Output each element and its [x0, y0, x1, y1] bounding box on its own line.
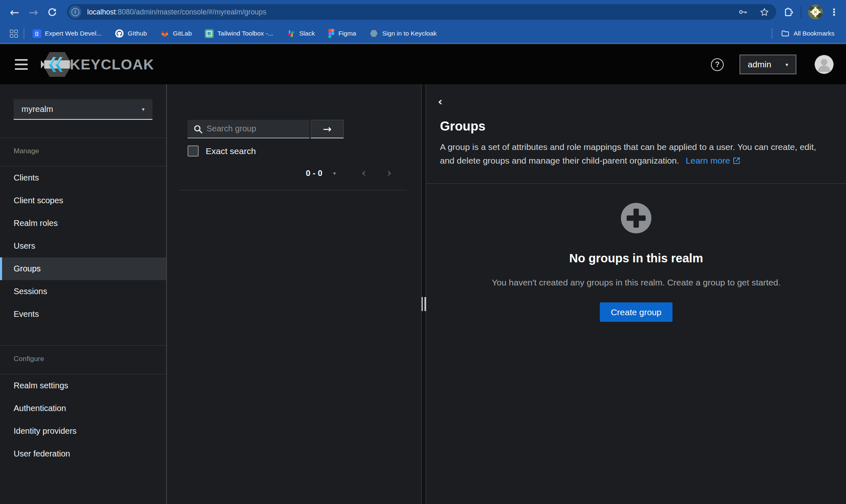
empty-state-title: No groups in this realm	[569, 252, 703, 265]
per-page-chevron-down-icon[interactable]: ▾	[333, 170, 336, 176]
app-body: myrealm ▾ Manage Clients Client scopes R…	[0, 84, 846, 504]
keycloak-logo-text: KEYCLOAK	[70, 56, 154, 73]
sidebar-item-clients[interactable]: Clients	[0, 166, 166, 189]
search-icon	[193, 124, 203, 136]
groups-main-panel: ‹ Groups A group is a set of attributes …	[426, 84, 846, 504]
browser-menu-icon[interactable]: ⋮	[829, 7, 839, 17]
bookmark-label: Slack	[299, 30, 315, 37]
nav-toggle-hamburger-icon[interactable]	[15, 59, 28, 70]
browser-back-icon[interactable]: ←	[5, 6, 24, 19]
bookmark-tailwind-toolbox[interactable]: Tailwind Toolbox -...	[205, 29, 273, 38]
tailwind-toolbox-icon	[205, 29, 214, 38]
empty-state-body: You haven't created any groups in this r…	[492, 278, 781, 288]
browser-toolbar: ← → i localhost:8080/admin/master/consol…	[0, 0, 846, 24]
groups-tree-panel: → Exact search 0 - 0 ▾ ‹ ›	[167, 84, 421, 504]
bookmark-expert-web-dev[interactable]: [] Expert Web Devel...	[33, 29, 102, 38]
page-header: Groups A group is a set of attributes an…	[440, 119, 832, 169]
figma-icon	[328, 29, 335, 38]
keycloak-logo-icon	[41, 51, 73, 78]
next-page-chevron-icon[interactable]: ›	[387, 167, 392, 179]
realm-selector[interactable]: myrealm ▾	[14, 99, 152, 120]
address-bar[interactable]: i localhost:8080/admin/master/console/#/…	[67, 4, 776, 20]
bookmarks-bar: [] Expert Web Devel... GIthub GitLab Tai…	[0, 24, 846, 44]
bookmark-slack[interactable]: Slack	[286, 29, 315, 38]
pagination-range: 0 - 0	[306, 169, 322, 178]
divider	[426, 183, 846, 184]
bookmark-figma[interactable]: Figma	[328, 29, 356, 38]
bookmark-label: GitLab	[173, 30, 192, 37]
bookmark-label: Expert Web Devel...	[45, 30, 102, 37]
browser-reload-icon[interactable]	[43, 7, 61, 17]
site-info-icon[interactable]: i	[69, 6, 81, 18]
chevron-down-icon: ▾	[142, 106, 145, 112]
url-text: localhost:8080/admin/master/console/#/my…	[87, 8, 727, 17]
keycloak-logo[interactable]: KEYCLOAK	[41, 51, 154, 78]
pagination: 0 - 0 ▾ ‹ ›	[167, 164, 397, 182]
search-submit-button[interactable]: →	[311, 120, 344, 138]
folder-icon	[781, 29, 790, 38]
page-description: A group is a set of attributes and role …	[440, 140, 828, 169]
sidebar-item-authentication[interactable]: Authentication	[0, 397, 166, 420]
sidebar-item-sessions[interactable]: Sessions	[0, 280, 166, 303]
divider	[180, 190, 407, 190]
passwords-key-icon[interactable]	[738, 7, 749, 17]
chevron-down-icon: ▾	[785, 62, 788, 68]
bookmark-gitlab[interactable]: GitLab	[160, 29, 192, 38]
user-dropdown[interactable]: admin ▾	[739, 55, 796, 74]
url-path: :8080/admin/master/console/#/myrealm/gro…	[116, 8, 266, 16]
bookmark-star-icon[interactable]	[759, 7, 770, 17]
sidebar-item-realm-settings[interactable]: Realm settings	[0, 374, 166, 397]
sidebar-item-identity-providers[interactable]: Identity providers	[0, 420, 166, 442]
code-brackets-icon: []	[33, 29, 41, 38]
user-dropdown-label: admin	[748, 59, 771, 69]
section-label-configure: Configure	[0, 346, 166, 363]
user-avatar[interactable]	[815, 55, 834, 74]
realm-selector-label: myrealm	[21, 105, 53, 114]
group-search-input[interactable]	[188, 120, 309, 138]
sidebar-item-user-federation[interactable]: User federation	[0, 442, 166, 465]
slack-icon	[286, 29, 295, 38]
apps-grid-icon[interactable]	[10, 30, 18, 38]
bookmarks-separator	[24, 28, 24, 39]
empty-state: No groups in this realm You haven't crea…	[426, 203, 846, 322]
sidebar-item-groups[interactable]: Groups	[0, 257, 166, 280]
bookmark-keycloak-signin[interactable]: Sign in to Keycloak	[369, 29, 437, 38]
gitlab-icon	[160, 29, 169, 38]
bookmark-label: Sign in to Keycloak	[382, 30, 437, 37]
sidebar-item-client-scopes[interactable]: Client scopes	[0, 189, 166, 212]
collapse-drawer-chevron-icon[interactable]: ‹	[438, 96, 442, 107]
group-search-box	[188, 120, 309, 138]
browser-forward-icon[interactable]: →	[24, 6, 43, 19]
plus-circle-icon	[621, 203, 651, 233]
keycloak-admin-console-screen: ← → i localhost:8080/admin/master/consol…	[0, 0, 846, 504]
page-title: Groups	[440, 119, 832, 134]
toolbar-separator	[801, 6, 801, 18]
bookmark-label: GIthub	[128, 30, 147, 37]
learn-more-link[interactable]: Learn more	[686, 156, 741, 165]
all-bookmarks-separator	[772, 28, 772, 39]
panel-resizer[interactable]	[421, 84, 426, 504]
all-bookmarks-label: All Bookmarks	[794, 30, 834, 37]
learn-more-label: Learn more	[686, 156, 730, 165]
browser-profile-avatar[interactable]	[808, 5, 823, 19]
sidebar-item-users[interactable]: Users	[0, 235, 166, 257]
description-text: A group is a set of attributes and role …	[440, 142, 816, 165]
resizer-grip-icon	[421, 297, 426, 311]
help-icon[interactable]: ?	[711, 58, 724, 71]
exact-search-checkbox[interactable]	[188, 145, 199, 157]
external-link-icon	[732, 155, 741, 169]
url-host: localhost	[87, 8, 116, 16]
github-icon	[115, 29, 124, 38]
previous-page-chevron-icon[interactable]: ‹	[361, 167, 366, 179]
create-group-button[interactable]: Create group	[600, 302, 673, 322]
section-label-manage: Manage	[0, 138, 166, 155]
sidebar-item-realm-roles[interactable]: Realm roles	[0, 212, 166, 235]
bookmark-label: Tailwind Toolbox -...	[217, 30, 273, 37]
all-bookmarks-button[interactable]: All Bookmarks	[781, 29, 834, 38]
sidebar-item-events[interactable]: Events	[0, 303, 166, 326]
bookmark-label: Figma	[338, 30, 356, 37]
bookmark-github[interactable]: GIthub	[115, 29, 147, 38]
sidebar-nav: myrealm ▾ Manage Clients Client scopes R…	[0, 84, 167, 504]
extensions-puzzle-icon[interactable]	[783, 7, 794, 18]
keycloak-masthead: KEYCLOAK ? admin ▾	[0, 45, 846, 84]
